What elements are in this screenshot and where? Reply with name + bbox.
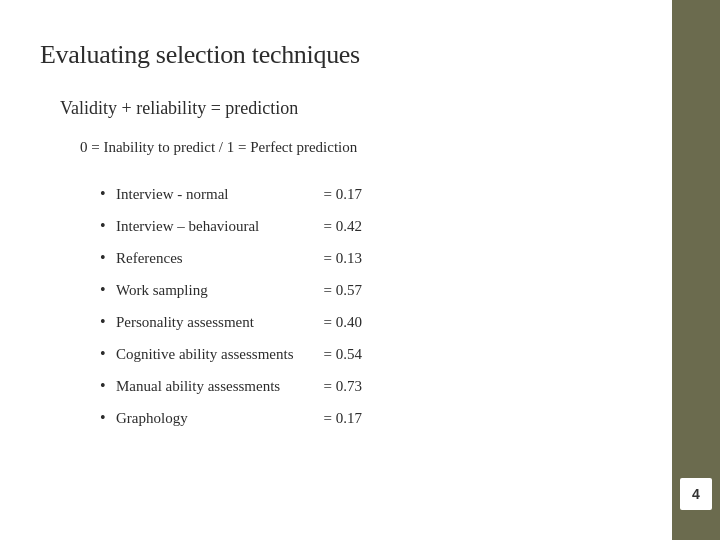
item-label: Cognitive ability assessments: [116, 338, 324, 370]
item-label: Interview – behavioural: [116, 210, 324, 242]
slide-title: Evaluating selection techniques: [40, 40, 670, 70]
bullet-icon: •: [100, 338, 116, 370]
list-item: •Cognitive ability assessments= 0.54: [100, 338, 362, 370]
item-value: = 0.40: [324, 306, 362, 338]
item-label: Interview - normal: [116, 178, 324, 210]
bullet-icon: •: [100, 242, 116, 274]
item-value: = 0.17: [324, 402, 362, 434]
item-label: Work sampling: [116, 274, 324, 306]
items-table: •Interview - normal= 0.17•Interview – be…: [100, 178, 362, 434]
item-value: = 0.42: [324, 210, 362, 242]
list-item: •Interview – behavioural= 0.42: [100, 210, 362, 242]
bullet-icon: •: [100, 306, 116, 338]
list-item: •Manual ability assessments= 0.73: [100, 370, 362, 402]
subtitle: Validity + reliability = prediction: [60, 98, 670, 119]
item-label: Manual ability assessments: [116, 370, 324, 402]
bullet-icon: •: [100, 370, 116, 402]
bullet-icon: •: [100, 210, 116, 242]
page-number: 4: [680, 478, 712, 510]
sidebar: 4: [672, 0, 720, 540]
list-item: •Work sampling= 0.57: [100, 274, 362, 306]
list-item: •References= 0.13: [100, 242, 362, 274]
item-label: Graphology: [116, 402, 324, 434]
sub-subtitle: 0 = Inability to predict / 1 = Perfect p…: [80, 139, 670, 156]
list-item: •Interview - normal= 0.17: [100, 178, 362, 210]
item-value: = 0.17: [324, 178, 362, 210]
item-label: Personality assessment: [116, 306, 324, 338]
bullet-icon: •: [100, 274, 116, 306]
list-item: •Graphology= 0.17: [100, 402, 362, 434]
list-item: •Personality assessment= 0.40: [100, 306, 362, 338]
bullet-icon: •: [100, 402, 116, 434]
item-value: = 0.73: [324, 370, 362, 402]
slide: Evaluating selection techniques Validity…: [0, 0, 720, 540]
item-value: = 0.54: [324, 338, 362, 370]
bullet-icon: •: [100, 178, 116, 210]
item-value: = 0.13: [324, 242, 362, 274]
item-label: References: [116, 242, 324, 274]
item-value: = 0.57: [324, 274, 362, 306]
